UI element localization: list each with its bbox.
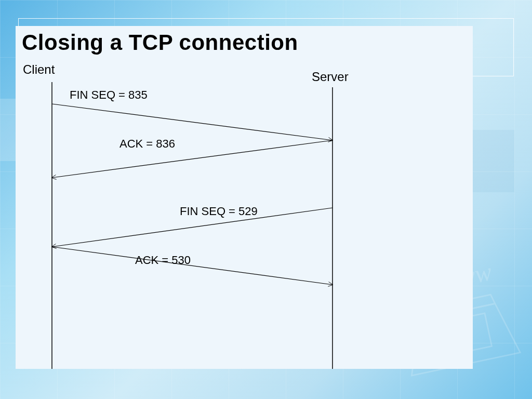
arrow-ack-836: [52, 140, 332, 178]
arrow-fin-seq-835: [52, 104, 332, 140]
arrow-fin-seq-529: [52, 208, 332, 247]
arrow-ack-530: [52, 247, 332, 285]
slide-content: Closing a TCP connection Client Server F…: [16, 26, 473, 369]
sequence-diagram: [16, 26, 473, 369]
